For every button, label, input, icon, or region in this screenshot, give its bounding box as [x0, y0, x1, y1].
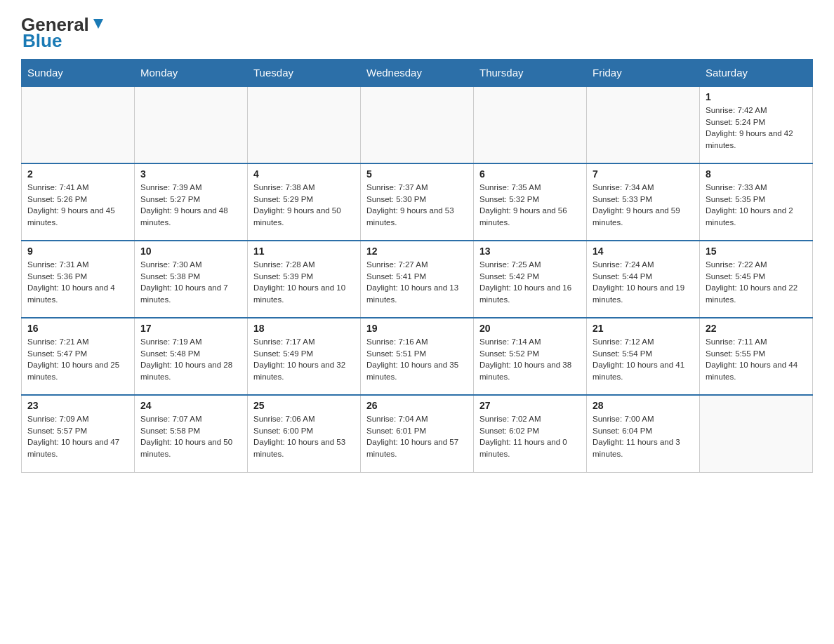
day-info: Sunrise: 7:30 AMSunset: 5:38 PMDaylight:…: [140, 259, 241, 306]
calendar-cell: 25Sunrise: 7:06 AMSunset: 6:00 PMDayligh…: [248, 395, 361, 472]
calendar-cell: 2Sunrise: 7:41 AMSunset: 5:26 PMDaylight…: [22, 163, 135, 241]
day-number: 20: [479, 323, 581, 334]
day-number: 12: [366, 246, 468, 257]
weekday-header-saturday: Saturday: [700, 60, 813, 87]
day-number: 4: [253, 168, 355, 180]
day-info: Sunrise: 7:17 AMSunset: 5:49 PMDaylight:…: [253, 336, 355, 383]
day-number: 10: [140, 246, 241, 257]
day-info: Sunrise: 7:25 AMSunset: 5:42 PMDaylight:…: [479, 259, 581, 306]
calendar-cell: 22Sunrise: 7:11 AMSunset: 5:55 PMDayligh…: [700, 318, 813, 395]
weekday-header-monday: Monday: [135, 60, 248, 87]
day-number: 3: [140, 168, 241, 180]
day-info: Sunrise: 7:42 AMSunset: 5:24 PMDaylight:…: [706, 105, 807, 152]
calendar-cell: 13Sunrise: 7:25 AMSunset: 5:42 PMDayligh…: [474, 241, 587, 318]
calendar-cell: 12Sunrise: 7:27 AMSunset: 5:41 PMDayligh…: [361, 241, 474, 318]
day-info: Sunrise: 7:04 AMSunset: 6:01 PMDaylight:…: [366, 413, 468, 460]
day-info: Sunrise: 7:21 AMSunset: 5:47 PMDaylight:…: [27, 336, 128, 383]
weekday-header-wednesday: Wednesday: [361, 60, 474, 87]
day-info: Sunrise: 7:22 AMSunset: 5:45 PMDaylight:…: [706, 259, 807, 306]
calendar-cell: 9Sunrise: 7:31 AMSunset: 5:36 PMDaylight…: [22, 241, 135, 318]
day-number: 9: [27, 246, 128, 257]
day-number: 18: [253, 323, 355, 334]
calendar-cell: 16Sunrise: 7:21 AMSunset: 5:47 PMDayligh…: [22, 318, 135, 395]
day-info: Sunrise: 7:39 AMSunset: 5:27 PMDaylight:…: [140, 182, 241, 229]
calendar-cell: 20Sunrise: 7:14 AMSunset: 5:52 PMDayligh…: [474, 318, 587, 395]
day-info: Sunrise: 7:33 AMSunset: 5:35 PMDaylight:…: [706, 182, 807, 229]
calendar-cell: 1Sunrise: 7:42 AMSunset: 5:24 PMDaylight…: [700, 86, 813, 163]
day-info: Sunrise: 7:27 AMSunset: 5:41 PMDaylight:…: [366, 259, 468, 306]
calendar-cell: 15Sunrise: 7:22 AMSunset: 5:45 PMDayligh…: [700, 241, 813, 318]
day-number: 22: [706, 323, 807, 334]
day-info: Sunrise: 7:07 AMSunset: 5:58 PMDaylight:…: [140, 413, 241, 460]
calendar-cell: [700, 395, 813, 472]
calendar-cell: [22, 86, 135, 163]
day-number: 6: [479, 168, 581, 180]
calendar-cell: [361, 86, 474, 163]
logo-blue-text: Blue: [22, 30, 62, 52]
logo: General Blue: [21, 14, 106, 52]
day-info: Sunrise: 7:09 AMSunset: 5:57 PMDaylight:…: [27, 413, 128, 460]
calendar-cell: 5Sunrise: 7:37 AMSunset: 5:30 PMDaylight…: [361, 163, 474, 241]
weekday-header-friday: Friday: [587, 60, 700, 87]
day-info: Sunrise: 7:35 AMSunset: 5:32 PMDaylight:…: [479, 182, 581, 229]
calendar-cell: 26Sunrise: 7:04 AMSunset: 6:01 PMDayligh…: [361, 395, 474, 472]
day-number: 26: [366, 400, 468, 411]
svg-marker-0: [93, 19, 103, 29]
page-header: General Blue: [21, 14, 813, 52]
calendar-cell: 10Sunrise: 7:30 AMSunset: 5:38 PMDayligh…: [135, 241, 248, 318]
day-number: 25: [253, 400, 355, 411]
calendar-cell: [135, 86, 248, 163]
calendar-cell: 11Sunrise: 7:28 AMSunset: 5:39 PMDayligh…: [248, 241, 361, 318]
day-number: 15: [706, 246, 807, 257]
calendar-cell: 14Sunrise: 7:24 AMSunset: 5:44 PMDayligh…: [587, 241, 700, 318]
calendar-week-row: 9Sunrise: 7:31 AMSunset: 5:36 PMDaylight…: [22, 241, 813, 318]
weekday-header-sunday: Sunday: [22, 60, 135, 87]
day-info: Sunrise: 7:19 AMSunset: 5:48 PMDaylight:…: [140, 336, 241, 383]
weekday-header-row: SundayMondayTuesdayWednesdayThursdayFrid…: [22, 60, 813, 87]
day-number: 27: [479, 400, 581, 411]
calendar-cell: 6Sunrise: 7:35 AMSunset: 5:32 PMDaylight…: [474, 163, 587, 241]
day-info: Sunrise: 7:12 AMSunset: 5:54 PMDaylight:…: [593, 336, 694, 383]
calendar-cell: 3Sunrise: 7:39 AMSunset: 5:27 PMDaylight…: [135, 163, 248, 241]
day-info: Sunrise: 7:11 AMSunset: 5:55 PMDaylight:…: [706, 336, 807, 383]
calendar-cell: 4Sunrise: 7:38 AMSunset: 5:29 PMDaylight…: [248, 163, 361, 241]
day-info: Sunrise: 7:24 AMSunset: 5:44 PMDaylight:…: [593, 259, 694, 306]
day-info: Sunrise: 7:14 AMSunset: 5:52 PMDaylight:…: [479, 336, 581, 383]
day-info: Sunrise: 7:06 AMSunset: 6:00 PMDaylight:…: [253, 413, 355, 460]
calendar-cell: [587, 86, 700, 163]
day-number: 13: [479, 246, 581, 257]
calendar-cell: 19Sunrise: 7:16 AMSunset: 5:51 PMDayligh…: [361, 318, 474, 395]
calendar-week-row: 23Sunrise: 7:09 AMSunset: 5:57 PMDayligh…: [22, 395, 813, 472]
day-info: Sunrise: 7:02 AMSunset: 6:02 PMDaylight:…: [479, 413, 581, 460]
weekday-header-tuesday: Tuesday: [248, 60, 361, 87]
calendar-cell: 7Sunrise: 7:34 AMSunset: 5:33 PMDaylight…: [587, 163, 700, 241]
logo-arrow-icon: [91, 16, 106, 32]
weekday-header-thursday: Thursday: [474, 60, 587, 87]
day-info: Sunrise: 7:16 AMSunset: 5:51 PMDaylight:…: [366, 336, 468, 383]
day-info: Sunrise: 7:31 AMSunset: 5:36 PMDaylight:…: [27, 259, 128, 306]
day-number: 2: [27, 168, 128, 180]
day-number: 14: [593, 246, 694, 257]
calendar-cell: 24Sunrise: 7:07 AMSunset: 5:58 PMDayligh…: [135, 395, 248, 472]
day-number: 19: [366, 323, 468, 334]
calendar-week-row: 16Sunrise: 7:21 AMSunset: 5:47 PMDayligh…: [22, 318, 813, 395]
day-number: 17: [140, 323, 241, 334]
calendar-cell: 18Sunrise: 7:17 AMSunset: 5:49 PMDayligh…: [248, 318, 361, 395]
day-info: Sunrise: 7:41 AMSunset: 5:26 PMDaylight:…: [27, 182, 128, 229]
day-number: 23: [27, 400, 128, 411]
calendar-week-row: 2Sunrise: 7:41 AMSunset: 5:26 PMDaylight…: [22, 163, 813, 241]
day-number: 16: [27, 323, 128, 334]
calendar-cell: 8Sunrise: 7:33 AMSunset: 5:35 PMDaylight…: [700, 163, 813, 241]
calendar-cell: 28Sunrise: 7:00 AMSunset: 6:04 PMDayligh…: [587, 395, 700, 472]
day-info: Sunrise: 7:34 AMSunset: 5:33 PMDaylight:…: [593, 182, 694, 229]
calendar-week-row: 1Sunrise: 7:42 AMSunset: 5:24 PMDaylight…: [22, 86, 813, 163]
calendar-cell: 21Sunrise: 7:12 AMSunset: 5:54 PMDayligh…: [587, 318, 700, 395]
day-info: Sunrise: 7:00 AMSunset: 6:04 PMDaylight:…: [593, 413, 694, 460]
day-number: 7: [593, 168, 694, 180]
day-number: 24: [140, 400, 241, 411]
calendar-cell: [474, 86, 587, 163]
day-number: 5: [366, 168, 468, 180]
calendar-cell: 17Sunrise: 7:19 AMSunset: 5:48 PMDayligh…: [135, 318, 248, 395]
day-number: 21: [593, 323, 694, 334]
calendar-table: SundayMondayTuesdayWednesdayThursdayFrid…: [21, 59, 813, 473]
